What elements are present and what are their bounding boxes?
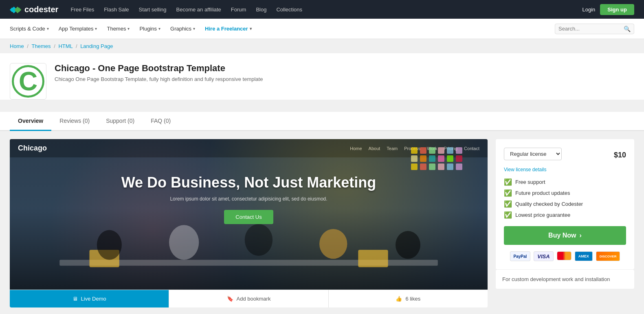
chevron-down-icon: ▾ — [95, 26, 97, 31]
action-bar: 🖥 Live Demo 🔖 Add bookmark 👍 6 likes — [10, 290, 488, 307]
check-icon: ✅ — [504, 178, 512, 186]
payment-icons: PayPal VISA AMEX DISCOVER — [504, 251, 626, 261]
breadcrumb: Home / Themes / HTML / Landing Page — [0, 39, 644, 53]
product-logo-letter: C — [12, 65, 44, 98]
buy-now-button[interactable]: Buy Now › — [504, 226, 626, 245]
logo[interactable]: ◆◆ codester — [10, 4, 58, 15]
live-demo-button[interactable]: 🖥 Live Demo — [10, 290, 169, 307]
search-icon: 🔍 — [624, 26, 631, 32]
monitor-icon: 🖥 — [73, 296, 78, 302]
collections-link[interactable]: Collections — [276, 7, 302, 13]
preview-hero-sub: Lorem ipsum dolor sit amet, consectetur … — [170, 196, 327, 202]
breadcrumb-separator: / — [54, 43, 57, 49]
preview-hero: We Do Business, Not Just Marketing Lorem… — [10, 157, 488, 240]
top-bar: ◆◆ codester Free Files Flash Sale Start … — [0, 0, 644, 19]
scripts-code-nav[interactable]: Scripts & Code ▾ — [10, 26, 49, 32]
blog-link[interactable]: Blog — [256, 7, 266, 13]
product-title: Chicago - One Page Bootstrap Template — [55, 63, 263, 74]
search-box[interactable]: 🔍 — [555, 24, 634, 34]
custom-dev-text: For custom development work and installa… — [502, 276, 610, 282]
breadcrumb-themes[interactable]: Themes — [32, 43, 51, 49]
sidebar: Regular license Extended license $10 Vie… — [496, 139, 634, 289]
secondary-nav-items: Scripts & Code ▾ App Templates ▾ Themes … — [10, 26, 252, 32]
price-value: 10 — [618, 151, 626, 159]
preview-brand: Chicago — [18, 144, 47, 153]
chevron-down-icon: ▾ — [127, 26, 130, 31]
tab-faq[interactable]: FAQ (0) — [143, 112, 179, 131]
preview-cta-button[interactable]: Contact Us — [224, 210, 273, 224]
chevron-down-icon: ▾ — [47, 26, 49, 31]
logo-icon: ◆◆ — [10, 4, 21, 15]
breadcrumb-separator: / — [27, 43, 30, 49]
likes-button[interactable]: 👍 6 likes — [329, 290, 488, 307]
tabs: Overview Reviews (0) Support (0) FAQ (0) — [0, 112, 644, 131]
preview-link-home: Home — [350, 146, 362, 151]
main-content: Chicago Home About Team Process Work Pri… — [0, 131, 644, 314]
preview-hero-content: We Do Business, Not Just Marketing Lorem… — [10, 157, 488, 240]
price-display: $10 — [614, 147, 626, 160]
check-icon: ✅ — [504, 189, 512, 197]
amex-icon: AMEX — [575, 251, 593, 261]
arrow-right-icon: › — [580, 232, 582, 239]
product-header: C Chicago - One Page Bootstrap Template … — [0, 53, 644, 100]
chevron-down-icon: ▾ — [193, 26, 195, 31]
logo-text: codester — [24, 5, 58, 14]
view-license-link[interactable]: View license details — [504, 167, 626, 172]
top-bar-right: Login Sign up — [582, 4, 634, 15]
visa-icon: VISA — [534, 251, 553, 261]
check-icon: ✅ — [504, 200, 512, 208]
preview-link-about: About — [369, 146, 380, 151]
purchase-box: Regular license Extended license $10 Vie… — [496, 139, 634, 269]
search-input[interactable] — [558, 26, 624, 32]
paypal-icon: PayPal — [510, 251, 531, 261]
tab-support[interactable]: Support (0) — [98, 112, 143, 131]
login-button[interactable]: Login — [582, 7, 596, 13]
check-icon: ✅ — [504, 211, 512, 219]
thumbs-up-icon: 👍 — [396, 296, 402, 302]
custom-dev-box: For custom development work and installa… — [496, 270, 634, 289]
chevron-down-icon: ▾ — [158, 26, 160, 31]
breadcrumb-separator: / — [76, 43, 79, 49]
mastercard-icon — [557, 251, 571, 260]
forum-link[interactable]: Forum — [231, 7, 246, 13]
price-symbol: $ — [614, 151, 618, 159]
app-templates-nav[interactable]: App Templates ▾ — [59, 26, 97, 32]
breadcrumb-landing-page[interactable]: Landing Page — [80, 43, 113, 49]
preview-link-contact: Contact — [464, 146, 479, 151]
preview-link-team: Team — [387, 146, 398, 151]
feature-product-updates: ✅ Future product updates — [504, 189, 626, 197]
feature-price-guarantee: ✅ Lowest price guarantee — [504, 211, 626, 219]
purchase-header: Regular license Extended license $10 — [504, 147, 626, 160]
secondary-nav: Scripts & Code ▾ App Templates ▾ Themes … — [0, 19, 644, 39]
signup-button[interactable]: Sign up — [600, 4, 634, 15]
hire-freelancer-nav[interactable]: Hire a Freelancer ▾ — [205, 26, 252, 32]
breadcrumb-home[interactable]: Home — [10, 43, 24, 49]
product-logo: C — [10, 63, 46, 100]
svg-rect-2 — [358, 250, 388, 267]
features-list: ✅ Free support ✅ Future product updates … — [504, 178, 626, 219]
preview-hero-title: We Do Business, Not Just Marketing — [121, 174, 376, 191]
breadcrumb-html[interactable]: HTML — [58, 43, 73, 49]
feature-quality-checked: ✅ Quality checked by Codester — [504, 200, 626, 208]
flash-sale-link[interactable]: Flash Sale — [104, 7, 129, 13]
product-description: Chicago One Page Bootstrap Template, ful… — [55, 76, 263, 82]
tab-overview[interactable]: Overview — [10, 112, 51, 131]
start-selling-link[interactable]: Start selling — [139, 7, 167, 13]
top-bar-left: ◆◆ codester Free Files Flash Sale Start … — [10, 4, 302, 15]
graphics-nav[interactable]: Graphics ▾ — [170, 26, 195, 32]
plugins-nav[interactable]: Plugins ▾ — [139, 26, 160, 32]
free-files-link[interactable]: Free Files — [70, 7, 94, 13]
chevron-down-icon: ▾ — [250, 26, 252, 31]
bookmark-button[interactable]: 🔖 Add bookmark — [169, 290, 328, 307]
feature-free-support: ✅ Free support — [504, 178, 626, 186]
tab-reviews[interactable]: Reviews (0) — [51, 112, 98, 131]
license-select[interactable]: Regular license Extended license — [504, 148, 562, 160]
preview-image: Chicago Home About Team Process Work Pri… — [10, 139, 488, 290]
themes-nav[interactable]: Themes ▾ — [107, 26, 130, 32]
product-preview: Chicago Home About Team Process Work Pri… — [10, 139, 488, 307]
affiliate-link[interactable]: Become an affiliate — [176, 7, 221, 13]
discover-icon: DISCOVER — [596, 251, 620, 261]
bookmark-icon: 🔖 — [227, 296, 233, 302]
top-nav: Free Files Flash Sale Start selling Beco… — [70, 7, 302, 13]
product-info: Chicago - One Page Bootstrap Template Ch… — [55, 63, 263, 82]
